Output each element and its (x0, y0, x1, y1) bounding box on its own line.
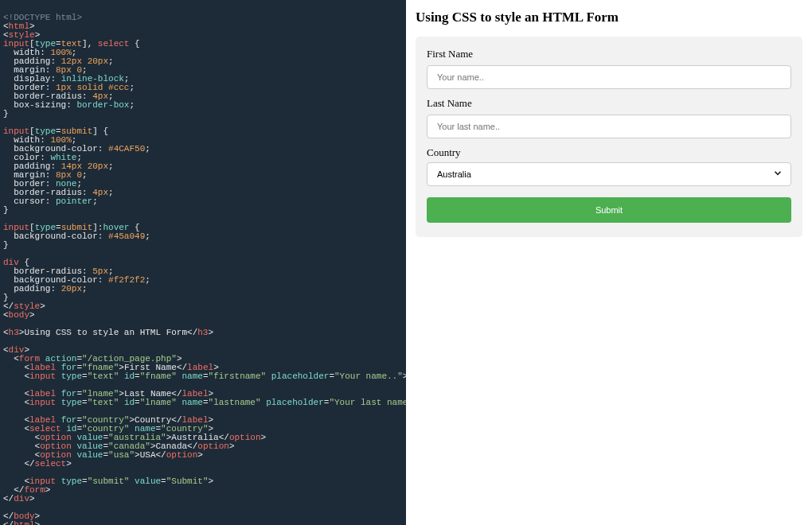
first-name-input[interactable] (427, 65, 791, 89)
last-name-label: Last Name (427, 97, 791, 110)
first-name-label: First Name (427, 48, 791, 60)
styled-form: First Name Last Name Country AustraliaCa… (427, 48, 791, 226)
code-editor-pane: <!DOCTYPE html> <html> <style> input[typ… (0, 0, 406, 525)
form-container: First Name Last Name Country AustraliaCa… (416, 37, 802, 237)
country-label: Country (427, 146, 791, 159)
submit-button[interactable] (427, 197, 791, 223)
preview-pane: Using CSS to style an HTML Form First Na… (406, 0, 812, 525)
page-title: Using CSS to style an HTML Form (416, 10, 802, 25)
last-name-input[interactable] (427, 115, 791, 138)
country-select[interactable]: AustraliaCanadaUSA (427, 162, 791, 186)
